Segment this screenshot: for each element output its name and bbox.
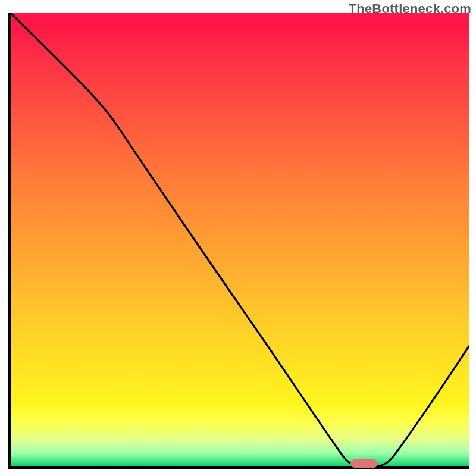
optimal-range-marker	[350, 459, 378, 468]
chart-container: TheBottleneck.com	[0, 0, 476, 476]
axes-frame	[8, 13, 469, 469]
plot-area	[8, 13, 469, 469]
watermark-text: TheBottleneck.com	[349, 1, 471, 17]
